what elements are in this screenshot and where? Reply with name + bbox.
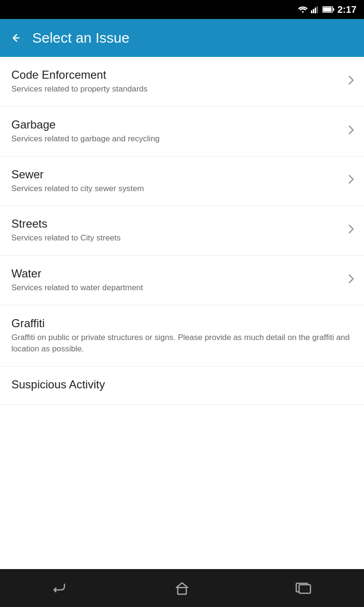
issue-text-water: WaterServices related to water departmen…	[11, 267, 342, 294]
issue-title-streets: Streets	[11, 217, 342, 230]
nav-recents-button[interactable]	[284, 574, 322, 602]
wifi-icon	[298, 6, 308, 13]
chevron-icon-streets	[348, 224, 355, 237]
issue-item-sewer[interactable]: SewerServices related to city sewer syst…	[0, 156, 364, 206]
issue-title-sewer: Sewer	[11, 168, 342, 181]
issue-title-code-enforcement: Code Enforcement	[11, 68, 342, 82]
chevron-icon-sewer	[348, 174, 355, 187]
svg-rect-0	[311, 10, 312, 13]
svg-rect-5	[333, 8, 334, 11]
issue-item-water[interactable]: WaterServices related to water departmen…	[0, 256, 364, 305]
issue-item-suspicious-activity[interactable]: Suspicious Activity	[0, 367, 364, 405]
issue-title-water: Water	[11, 267, 342, 280]
issue-text-garbage: GarbageServices related to garbage and r…	[11, 118, 342, 145]
issue-subtitle-streets: Services related to City streets	[11, 232, 342, 244]
svg-rect-7	[178, 588, 186, 594]
issue-text-streets: StreetsServices related to City streets	[11, 217, 342, 244]
bottom-nav	[0, 569, 364, 607]
app-header: Select an Issue	[0, 19, 364, 57]
status-time: 2:17	[337, 4, 356, 15]
issue-title-garbage: Garbage	[11, 118, 342, 131]
status-icons: 2:17	[298, 4, 356, 15]
chevron-icon-garbage	[348, 125, 355, 138]
issue-subtitle-graffiti: Graffiti on public or private structures…	[11, 332, 355, 355]
chevron-icon-code-enforcement	[348, 75, 355, 88]
issue-text-sewer: SewerServices related to city sewer syst…	[11, 168, 342, 194]
issue-text-code-enforcement: Code EnforcementServices related to prop…	[11, 68, 342, 95]
signal-icon	[311, 6, 319, 13]
issue-title-suspicious-activity: Suspicious Activity	[11, 378, 355, 391]
issue-title-graffiti: Graffiti	[11, 317, 355, 330]
svg-rect-2	[315, 8, 316, 13]
issue-item-garbage[interactable]: GarbageServices related to garbage and r…	[0, 107, 364, 156]
issue-item-streets[interactable]: StreetsServices related to City streets	[0, 206, 364, 256]
svg-rect-6	[323, 8, 331, 12]
back-button[interactable]	[9, 31, 23, 45]
svg-rect-1	[313, 9, 314, 13]
svg-rect-3	[317, 6, 318, 13]
issue-subtitle-sewer: Services related to city sewer system	[11, 183, 342, 194]
chevron-icon-water	[348, 274, 355, 287]
issue-item-graffiti[interactable]: GraffitiGraffiti on public or private st…	[0, 305, 364, 367]
issue-text-graffiti: GraffitiGraffiti on public or private st…	[11, 317, 355, 355]
page-title: Select an Issue	[32, 30, 129, 46]
battery-icon	[322, 6, 335, 13]
issue-item-code-enforcement[interactable]: Code EnforcementServices related to prop…	[0, 57, 364, 107]
nav-back-button[interactable]	[42, 574, 80, 602]
issue-subtitle-garbage: Services related to garbage and recyclin…	[11, 133, 342, 145]
issue-text-suspicious-activity: Suspicious Activity	[11, 378, 355, 393]
nav-home-button[interactable]	[163, 574, 201, 602]
status-bar: 2:17	[0, 0, 364, 19]
issue-list: Code EnforcementServices related to prop…	[0, 57, 364, 569]
issue-subtitle-water: Services related to water department	[11, 282, 342, 294]
svg-rect-9	[299, 585, 310, 593]
issue-subtitle-code-enforcement: Services related to property standards	[11, 83, 342, 95]
